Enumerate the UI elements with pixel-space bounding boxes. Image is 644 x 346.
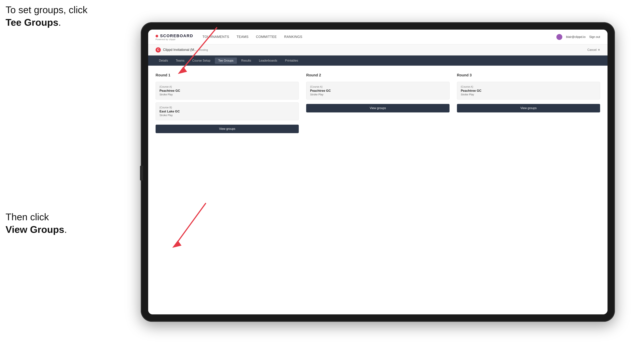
- nav-right: blair@clippd.io Sign out: [556, 34, 600, 40]
- round-2-title: Round 2: [306, 73, 449, 77]
- round-3-view-groups-button[interactable]: View groups: [457, 104, 600, 112]
- tab-leaderboards[interactable]: Leaderboards: [256, 57, 280, 64]
- logo-area: SCOREBOARD Powered by clippd: [156, 33, 193, 40]
- round-2-course-a-name: Peachtree GC: [310, 89, 446, 93]
- round-1-course-a-format: Stroke Play: [160, 93, 295, 96]
- round-1-course-b-format: Stroke Play: [160, 114, 295, 117]
- round-1-course-a-label: (Course A): [160, 85, 295, 88]
- tablet-side-button: [140, 166, 143, 180]
- round-3-course-a-format: Stroke Play: [461, 93, 596, 96]
- logo-icon: [156, 35, 158, 37]
- round-2-view-groups-button[interactable]: View groups: [306, 104, 449, 112]
- round-2-course-a-label: (Course A): [310, 85, 446, 88]
- instruction-bottom-bold: View Groups: [6, 224, 64, 235]
- round-1-course-a-card: (Course A) Peachtree GC Stroke Play: [156, 82, 299, 100]
- tab-details[interactable]: Details: [156, 57, 171, 64]
- nav-committee[interactable]: COMMITTEE: [256, 34, 277, 40]
- tab-bar: Details Teams Course Setup Tee Groups Re…: [148, 55, 608, 66]
- logo-text: SCOREBOARD: [156, 33, 193, 38]
- tab-printables[interactable]: Printables: [282, 57, 302, 64]
- round-3-column: Round 3 (Course A) Peachtree GC Stroke P…: [457, 73, 600, 133]
- tournament-title: Clippd Invitational (M...: [163, 48, 197, 52]
- sub-logo-c: C: [156, 47, 161, 52]
- user-avatar: [556, 34, 562, 40]
- sign-out-link[interactable]: Sign out: [589, 35, 600, 39]
- tablet-screen: SCOREBOARD Powered by clippd TOURNAMENTS…: [148, 30, 608, 314]
- round-3-title: Round 3: [457, 73, 600, 77]
- user-email: blair@clippd.io: [566, 35, 586, 39]
- rounds-grid: Round 1 (Course A) Peachtree GC Stroke P…: [156, 73, 600, 133]
- nav-links: TOURNAMENTS TEAMS COMMITTEE RANKINGS: [202, 34, 556, 40]
- tab-results[interactable]: Results: [238, 57, 254, 64]
- round-2-course-a-card: (Course A) Peachtree GC Stroke Play: [306, 82, 449, 100]
- nav-teams[interactable]: TEAMS: [236, 34, 248, 40]
- main-content: Round 1 (Course A) Peachtree GC Stroke P…: [148, 66, 608, 314]
- tablet-device: SCOREBOARD Powered by clippd TOURNAMENTS…: [141, 22, 615, 322]
- instruction-top-line1: To set groups, click: [6, 4, 88, 15]
- round-1-title: Round 1: [156, 73, 299, 77]
- sub-header-left: C Clippd Invitational (M... Hosting: [156, 47, 208, 52]
- logo-sub: Powered by clippd: [156, 38, 193, 40]
- round-1-column: Round 1 (Course A) Peachtree GC Stroke P…: [156, 73, 299, 133]
- instruction-bottom-line1: Then click: [6, 211, 49, 222]
- round-1-course-b-name: East Lake GC: [160, 110, 295, 113]
- sub-header: C Clippd Invitational (M... Hosting Canc…: [148, 44, 608, 55]
- tab-teams[interactable]: Teams: [172, 57, 188, 64]
- tab-course-setup[interactable]: Course Setup: [189, 57, 214, 64]
- round-1-course-a-name: Peachtree GC: [160, 89, 295, 93]
- nav-tournaments[interactable]: TOURNAMENTS: [202, 34, 229, 40]
- round-2-column: Round 2 (Course A) Peachtree GC Stroke P…: [306, 73, 449, 133]
- nav-rankings[interactable]: RANKINGS: [284, 34, 302, 40]
- round-2-course-a-format: Stroke Play: [310, 93, 446, 96]
- instructions-bottom: Then click View Groups.: [6, 211, 67, 236]
- instructions-top: To set groups, click Tee Groups.: [6, 4, 88, 29]
- round-3-course-a-name: Peachtree GC: [461, 89, 596, 93]
- round-3-course-a-card: (Course A) Peachtree GC Stroke Play: [457, 82, 600, 100]
- round-1-course-b-card: (Course B) East Lake GC Stroke Play: [156, 102, 299, 120]
- top-navbar: SCOREBOARD Powered by clippd TOURNAMENTS…: [148, 30, 608, 44]
- hosting-badge: Hosting: [199, 48, 208, 51]
- cancel-button[interactable]: Cancel ✕: [587, 48, 600, 52]
- round-1-course-b-label: (Course B): [160, 106, 295, 109]
- round-3-course-a-label: (Course A): [461, 85, 596, 88]
- instruction-top-bold: Tee Groups: [6, 17, 58, 28]
- round-1-view-groups-button[interactable]: View groups: [156, 125, 299, 133]
- tab-tee-groups[interactable]: Tee Groups: [215, 57, 237, 64]
